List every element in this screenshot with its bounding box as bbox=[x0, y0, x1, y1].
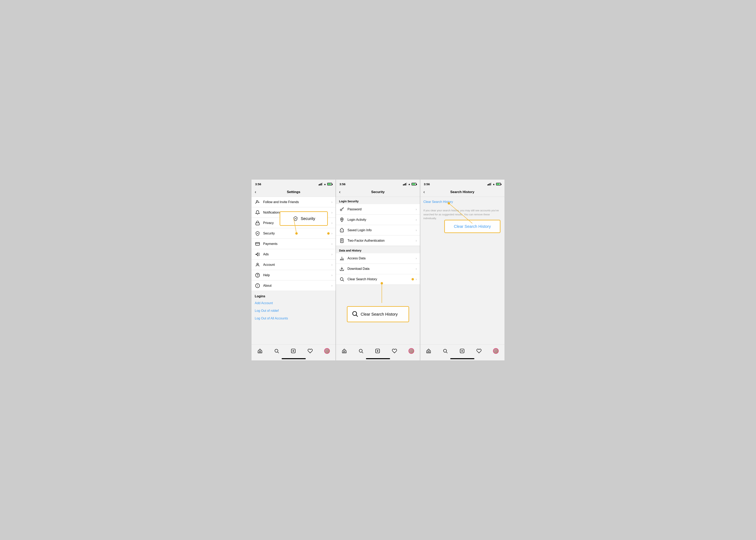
chevron-account: › bbox=[331, 263, 332, 267]
privacy-label: Privacy bbox=[263, 221, 331, 225]
bar-chart-icon bbox=[339, 255, 345, 261]
tab-profile-1[interactable] bbox=[324, 348, 330, 354]
tab-heart-3[interactable] bbox=[477, 348, 482, 353]
chevron-payments: › bbox=[331, 242, 332, 246]
settings-screen: 3:56 ▲ ‹ Settings Follow bbox=[252, 180, 336, 360]
security-label: Security bbox=[263, 232, 331, 235]
chevron-access-data: › bbox=[416, 257, 417, 260]
wifi-icon-3: ▲ bbox=[492, 183, 495, 186]
tab-new-3[interactable] bbox=[460, 348, 465, 353]
nav-header-3: ‹ Search History bbox=[420, 187, 504, 197]
logout-all-link[interactable]: Log Out of All Accounts bbox=[252, 315, 336, 322]
svg-rect-4 bbox=[256, 242, 260, 245]
access-data-label: Access Data bbox=[348, 257, 416, 260]
card-icon bbox=[255, 241, 261, 247]
svg-point-31 bbox=[340, 278, 343, 280]
search-history-highlight-text: Clear Search History bbox=[361, 312, 398, 317]
settings-item-follow[interactable]: Follow and Invite Friends › bbox=[252, 197, 336, 207]
svg-point-7 bbox=[256, 273, 260, 277]
wifi-icon-2: ▲ bbox=[408, 183, 410, 186]
login-activity-label: Login Activity bbox=[348, 218, 416, 221]
tab-bar-3 bbox=[420, 344, 504, 360]
person-icon bbox=[255, 262, 261, 268]
security-item-password[interactable]: Password › bbox=[336, 204, 420, 214]
home-indicator-3 bbox=[450, 358, 474, 359]
logins-section-header: Logins bbox=[252, 291, 336, 299]
chevron-about: › bbox=[331, 284, 332, 288]
svg-line-38 bbox=[362, 352, 363, 353]
tab-profile-2[interactable] bbox=[408, 348, 414, 354]
info-icon bbox=[255, 283, 261, 289]
tab-new-1[interactable] bbox=[291, 348, 296, 353]
tab-profile-3[interactable] bbox=[493, 348, 499, 354]
settings-item-ads[interactable]: Ads › bbox=[252, 249, 336, 260]
home-indicator-1 bbox=[282, 358, 306, 359]
settings-item-payments[interactable]: Payments › bbox=[252, 239, 336, 249]
chevron-password: › bbox=[416, 207, 417, 211]
security-item-2fa[interactable]: Two-Factor Authentication › bbox=[336, 235, 420, 246]
location-icon bbox=[339, 217, 345, 222]
shield-icon bbox=[255, 231, 261, 236]
clear-search-highlight-text: Clear Search History bbox=[454, 224, 491, 229]
tab-search-2[interactable] bbox=[358, 348, 364, 353]
about-label: About bbox=[263, 284, 331, 288]
nav-title-2: Security bbox=[371, 190, 384, 194]
status-time-1: 3:56 bbox=[255, 183, 261, 186]
settings-item-account[interactable]: Account › bbox=[252, 260, 336, 270]
chevron-help: › bbox=[331, 273, 332, 277]
svg-point-37 bbox=[359, 349, 362, 352]
help-label: Help bbox=[263, 273, 331, 277]
add-account-link[interactable]: Add Account bbox=[252, 299, 336, 307]
back-button-2[interactable]: ‹ bbox=[339, 190, 341, 195]
tab-heart-1[interactable] bbox=[307, 348, 313, 353]
tab-heart-2[interactable] bbox=[392, 348, 397, 353]
battery-icon-1 bbox=[327, 183, 332, 186]
chevron-saved-login: › bbox=[416, 228, 417, 232]
bell-icon bbox=[255, 210, 261, 215]
security-item-access-data[interactable]: Access Data › bbox=[336, 253, 420, 264]
settings-item-notifications[interactable]: Notifications › bbox=[252, 207, 336, 218]
security-item-download-data[interactable]: Download Data › bbox=[336, 264, 420, 274]
logout-roblef-link[interactable]: Log Out of roblef bbox=[252, 307, 336, 315]
status-icons-3: ▲ bbox=[487, 183, 501, 186]
battery-icon-3 bbox=[496, 183, 501, 186]
chevron-download-data: › bbox=[416, 267, 417, 271]
settings-item-privacy[interactable]: Privacy › bbox=[252, 218, 336, 228]
security-item-saved-login[interactable]: Saved Login Info › bbox=[336, 225, 420, 235]
chevron-2fa: › bbox=[416, 239, 417, 242]
search-icon-security bbox=[339, 276, 345, 282]
settings-list: Follow and Invite Friends › Notification… bbox=[252, 197, 336, 291]
tab-new-2[interactable] bbox=[375, 348, 380, 353]
key-icon bbox=[339, 206, 345, 212]
status-bar-3: 3:56 ▲ bbox=[420, 180, 504, 187]
saved-login-icon bbox=[339, 227, 345, 233]
tab-search-1[interactable] bbox=[274, 348, 279, 353]
back-button-1[interactable]: ‹ bbox=[255, 190, 256, 195]
chevron-login-activity: › bbox=[416, 218, 417, 221]
tab-home-2[interactable] bbox=[342, 348, 347, 353]
download-data-label: Download Data bbox=[348, 267, 416, 271]
search-icon-highlight bbox=[352, 310, 358, 318]
back-button-3[interactable]: ‹ bbox=[423, 190, 425, 195]
nav-title-1: Settings bbox=[287, 190, 300, 194]
clear-search-history-link[interactable]: Clear Search History bbox=[420, 197, 504, 207]
search-history-highlight-box: Clear Search History bbox=[347, 306, 409, 322]
status-time-2: 3:56 bbox=[340, 183, 346, 186]
settings-item-help[interactable]: Help › bbox=[252, 270, 336, 280]
settings-item-about[interactable]: About › bbox=[252, 280, 336, 291]
security-item-clear-search[interactable]: Clear Search History › bbox=[336, 274, 420, 285]
tab-home-1[interactable] bbox=[257, 348, 263, 353]
tab-search-3[interactable] bbox=[443, 348, 448, 353]
login-security-header: Login Security bbox=[336, 197, 420, 204]
screens-container: 3:56 ▲ ‹ Settings Follow bbox=[252, 180, 504, 360]
chevron-clear-search: › bbox=[416, 277, 417, 281]
security-item-login-activity[interactable]: Login Activity › bbox=[336, 214, 420, 225]
password-label: Password bbox=[348, 207, 416, 211]
tab-bar-1 bbox=[252, 344, 336, 360]
chevron-privacy: › bbox=[331, 221, 332, 225]
two-factor-label: Two-Factor Authentication bbox=[348, 239, 416, 242]
two-factor-icon bbox=[339, 238, 345, 243]
settings-item-security[interactable]: Security › bbox=[252, 228, 336, 239]
tab-home-3[interactable] bbox=[426, 348, 431, 353]
data-history-header: Data and History bbox=[336, 246, 420, 253]
